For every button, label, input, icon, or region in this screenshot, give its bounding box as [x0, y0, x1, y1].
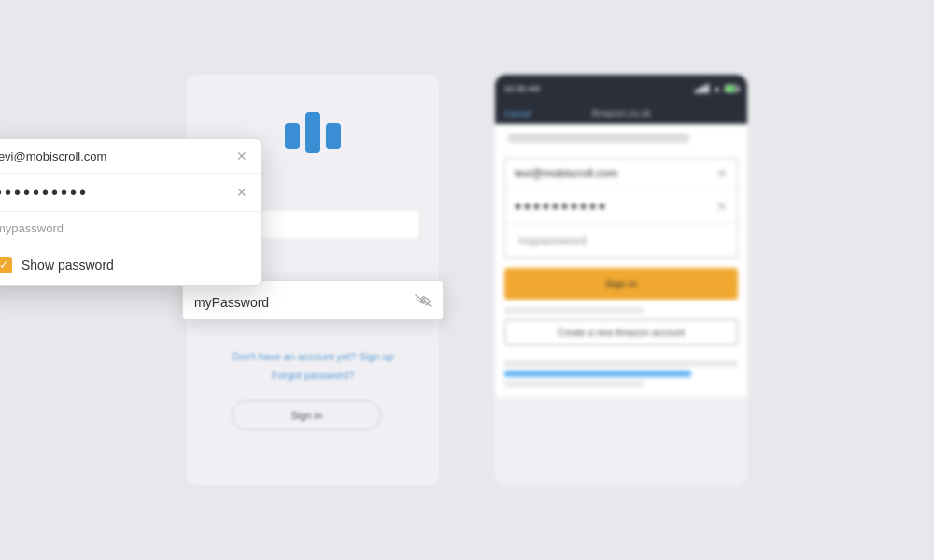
eye-icon[interactable] [415, 294, 432, 310]
left-popup-row: myPassword [194, 294, 432, 310]
status-bar: 10:35 AM ▲ [495, 75, 747, 103]
password-field-right: •••••••••• ✕ [505, 189, 737, 224]
logo [285, 112, 341, 153]
line-3 [504, 381, 644, 387]
blur-line-1 [508, 133, 689, 143]
status-icons: ▲ [695, 84, 738, 93]
password-dots-right: •••••••••• [515, 197, 608, 216]
small-lines [504, 355, 738, 397]
left-links: Don't have an account yet? Sign up Forgo… [232, 348, 393, 385]
left-password-value: myPassword [194, 295, 269, 310]
right-fields-box: levi@mobiscroll.com ✕ •••••••••• ✕ mypas… [504, 158, 738, 259]
popup-email-row: levi@mobiscroll.com ✕ [0, 139, 261, 174]
logo-bar-right [326, 123, 341, 149]
amazon-header: Cancel Amazon.co.uk [495, 103, 747, 124]
popup-email-value: levi@mobiscroll.com [0, 149, 106, 163]
right-bottom: Sign in Create a new Amazon account [495, 268, 747, 397]
right-panel: 10:35 AM ▲ Cancel Amazon.co.uk [495, 75, 747, 485]
cancel-button-right[interactable]: Cancel [504, 109, 531, 119]
battery-fill [726, 86, 735, 91]
clear-email-icon[interactable]: ✕ [716, 166, 728, 181]
popup-password-dots: •••••••••• [0, 183, 89, 202]
left-password-popup: myPassword [182, 280, 444, 320]
email-value-right: levi@mobiscroll.com [515, 167, 617, 180]
forgot-link[interactable]: Forgot password? [232, 367, 393, 385]
right-password-popup: levi@mobiscroll.com ✕ •••••••••• ✕ mypas… [0, 138, 262, 286]
battery-icon [725, 85, 738, 92]
clear-password-icon[interactable]: ✕ [716, 199, 728, 214]
password-plain-right: mypassword [505, 224, 737, 258]
create-account-button[interactable]: Create a new Amazon account [504, 319, 738, 345]
line-1 [504, 360, 738, 367]
status-time: 10:35 AM [504, 84, 540, 93]
popup-password-row: •••••••••• ✕ [0, 174, 261, 212]
logo-bar-center [305, 112, 320, 153]
show-password-label: Show password [21, 258, 114, 273]
left-sign-in-button[interactable]: Sign in [232, 400, 381, 430]
signup-link[interactable]: Don't have an account yet? Sign up [232, 348, 393, 367]
signal-bar-1 [695, 90, 698, 93]
signal-bar-3 [702, 86, 705, 93]
line-2-blue [504, 371, 691, 377]
signal-bars [695, 84, 709, 93]
logo-bar-left [285, 123, 300, 149]
left-bottom: Don't have an account yet? Sign up Forgo… [232, 333, 393, 430]
popup-clear-password[interactable]: ✕ [236, 185, 248, 200]
amazon-sign-in-button[interactable]: Sign in [504, 268, 738, 300]
popup-password-plain: mypassword [0, 212, 261, 245]
domain-label: Amazon.co.uk [591, 108, 650, 119]
wifi-icon: ▲ [713, 84, 721, 93]
scene: Email myPassword [0, 0, 934, 560]
right-fields-area: levi@mobiscroll.com ✕ •••••••••• ✕ mypas… [495, 158, 747, 268]
checkmark-icon: ✓ [0, 259, 8, 271]
popup-clear-email[interactable]: ✕ [236, 148, 248, 163]
signal-bar-2 [699, 88, 701, 93]
email-field-right: levi@mobiscroll.com ✕ [505, 159, 737, 189]
show-password-checkbox[interactable]: ✓ [0, 257, 12, 273]
show-password-row: ✓ Show password [0, 245, 261, 285]
blur-text-new [504, 307, 644, 314]
right-blurred-top [495, 124, 747, 158]
signal-bar-4 [706, 84, 709, 93]
